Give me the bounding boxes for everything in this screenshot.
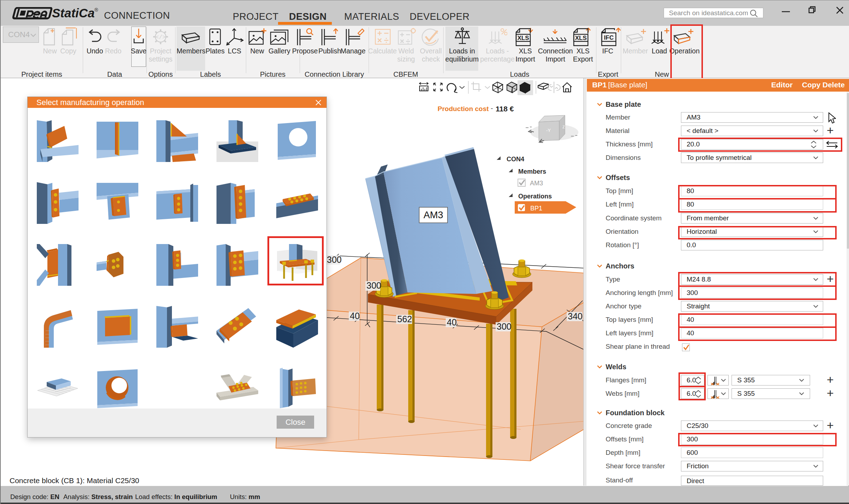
svg-text:XLS: XLS [575, 35, 587, 41]
svg-text:40: 40 [350, 311, 360, 321]
svg-text:AM3: AM3 [530, 180, 543, 187]
svg-text:562: 562 [397, 314, 412, 324]
svg-text:IFC: IFC [604, 34, 613, 41]
svg-text:40: 40 [447, 317, 457, 327]
svg-text:-: - [491, 104, 493, 112]
svg-text:118 €: 118 € [496, 105, 514, 113]
svg-text:BP1: BP1 [530, 205, 542, 212]
svg-text:300: 300 [327, 255, 342, 265]
svg-text:®: ® [94, 7, 98, 13]
svg-text:300: 300 [497, 321, 512, 331]
svg-text:CON4: CON4 [507, 156, 524, 163]
svg-text:Members: Members [518, 168, 546, 175]
svg-text:Production cost: Production cost [438, 105, 489, 112]
svg-text:300: 300 [366, 280, 381, 290]
svg-text:AM3: AM3 [423, 210, 443, 220]
svg-text:340: 340 [568, 311, 583, 321]
svg-text:</>: </> [156, 34, 166, 41]
svg-text:-Y: -Y [546, 128, 551, 133]
svg-text:Z: Z [562, 125, 565, 129]
svg-text:StatiCa: StatiCa [52, 7, 95, 20]
svg-text:XLS: XLS [517, 35, 529, 41]
svg-text:Operations: Operations [518, 193, 552, 200]
